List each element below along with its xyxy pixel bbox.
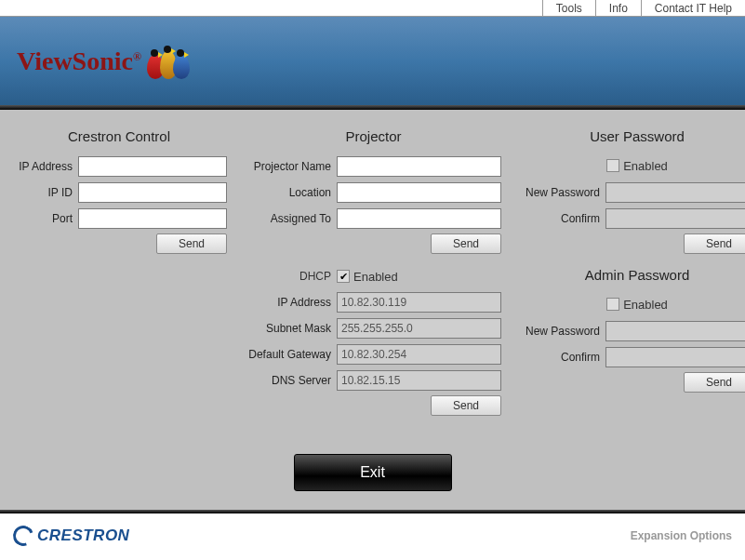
crestron-control-section: Crestron Control IP Address IP ID Port S… <box>11 128 227 482</box>
admin-pw-enabled-checkbox[interactable] <box>606 298 619 311</box>
projector-name-input[interactable] <box>337 156 501 177</box>
expansion-options-link[interactable]: Expansion Options <box>631 529 732 542</box>
passwords-section: User Password Enabled New Password Confi… <box>520 128 745 482</box>
dhcp-label: DHCP <box>246 270 337 283</box>
user-pw-confirm-label: Confirm <box>520 212 605 225</box>
projector-section: Projector Projector Name Location Assign… <box>246 128 501 482</box>
main-content: Crestron Control IP Address IP ID Port S… <box>0 110 745 491</box>
crestron-wordmark: CRESTRON <box>37 527 129 545</box>
crestron-logo: CRESTRON <box>13 526 129 546</box>
crestron-ip-input[interactable] <box>78 156 227 177</box>
user-password-title: User Password <box>520 128 745 144</box>
projector-assigned-label: Assigned To <box>246 212 337 225</box>
tab-contact-it-help[interactable]: Contact IT Help <box>641 0 745 16</box>
crestron-title: Crestron Control <box>11 128 227 144</box>
projector-location-input[interactable] <box>337 182 501 203</box>
projector-gateway-input <box>337 344 501 365</box>
viewsonic-birds-icon <box>147 44 201 79</box>
projector-send2-button[interactable]: Send <box>431 395 501 416</box>
tab-tools[interactable]: Tools <box>542 0 595 16</box>
projector-ip-input <box>337 292 501 313</box>
footer: CRESTRON Expansion Options <box>0 513 745 558</box>
projector-name-label: Projector Name <box>246 160 337 173</box>
tab-info[interactable]: Info <box>595 0 641 16</box>
projector-gateway-label: Default Gateway <box>246 348 337 361</box>
projector-subnet-input <box>337 318 501 339</box>
user-pw-confirm-input <box>605 208 745 229</box>
crestron-send-button[interactable]: Send <box>156 233 227 254</box>
admin-pw-new-input <box>605 321 745 341</box>
admin-pw-confirm-input <box>605 347 745 367</box>
crestron-ip-label: IP Address <box>11 160 78 173</box>
user-pw-new-label: New Password <box>520 186 605 199</box>
admin-pw-confirm-label: Confirm <box>520 351 605 364</box>
projector-dns-label: DNS Server <box>246 374 337 387</box>
user-pw-new-input <box>605 182 745 203</box>
projector-ip-label: IP Address <box>246 296 337 309</box>
dhcp-enabled-text: Enabled <box>353 270 398 284</box>
admin-pw-new-label: New Password <box>520 325 605 338</box>
viewsonic-logo: ViewSonic® <box>17 44 201 79</box>
projector-send1-button[interactable]: Send <box>431 233 501 254</box>
header-banner: ViewSonic® <box>0 17 745 105</box>
crestron-ipid-input[interactable] <box>78 182 227 203</box>
admin-pw-send-button[interactable]: Send <box>684 372 745 393</box>
user-pw-enabled-checkbox[interactable] <box>606 159 619 172</box>
projector-subnet-label: Subnet Mask <box>246 322 337 335</box>
projector-location-label: Location <box>246 186 337 199</box>
user-pw-send-button[interactable]: Send <box>684 233 745 254</box>
admin-password-title: Admin Password <box>520 267 745 283</box>
exit-button[interactable]: Exit <box>294 454 452 491</box>
user-pw-enabled-text: Enabled <box>623 159 668 173</box>
crestron-swirl-icon <box>9 522 36 549</box>
dhcp-enabled-checkbox[interactable] <box>337 270 350 283</box>
projector-assigned-input[interactable] <box>337 208 501 229</box>
admin-pw-enabled-text: Enabled <box>623 298 668 312</box>
crestron-ipid-label: IP ID <box>11 186 78 199</box>
crestron-port-input[interactable] <box>78 208 227 229</box>
projector-dns-input <box>337 370 501 391</box>
projector-title: Projector <box>246 128 501 144</box>
top-menubar: Tools Info Contact IT Help <box>0 0 745 17</box>
crestron-port-label: Port <box>11 212 78 225</box>
viewsonic-wordmark: ViewSonic® <box>17 47 141 76</box>
